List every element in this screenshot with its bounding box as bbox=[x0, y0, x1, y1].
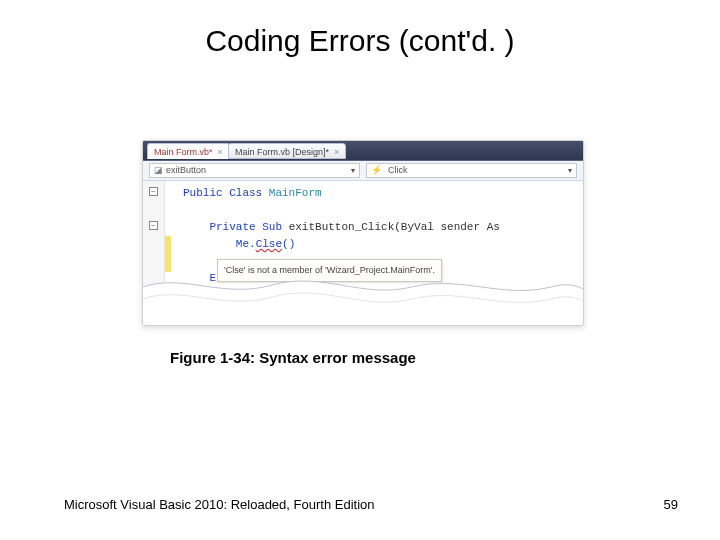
slide: Coding Errors (cont'd. ) Main Form.vb* ×… bbox=[0, 0, 720, 540]
outline-gutter bbox=[143, 181, 165, 326]
error-tooltip: 'Clse' is not a member of 'Wizard_Projec… bbox=[217, 259, 442, 282]
object-dropdown[interactable]: ◪ exitButton ▾ bbox=[149, 163, 360, 178]
screenshot-code-editor: Main Form.vb* × Main Form.vb [Design]* ×… bbox=[142, 140, 584, 326]
error-line: Me.Clse() bbox=[236, 238, 295, 250]
event-icon: ⚡ bbox=[371, 164, 382, 177]
footer-text: Microsoft Visual Basic 2010: Reloaded, F… bbox=[64, 497, 374, 512]
control-icon: ◪ bbox=[154, 164, 163, 177]
keyword: Public Class bbox=[183, 187, 262, 199]
close-icon[interactable]: × bbox=[218, 144, 223, 160]
object-dropdown-value: exitButton bbox=[166, 164, 206, 177]
chevron-down-icon: ▾ bbox=[351, 164, 355, 177]
slide-title: Coding Errors (cont'd. ) bbox=[0, 24, 720, 58]
document-tab-strip: Main Form.vb* × Main Form.vb [Design]* × bbox=[143, 141, 583, 161]
keyword: Private Sub bbox=[209, 221, 282, 233]
error-squiggle: Clse bbox=[256, 238, 282, 250]
tab-label: Main Form.vb* bbox=[154, 147, 213, 157]
code-identifier: exitButton_Click(ByVal sender As bbox=[282, 221, 500, 233]
chevron-down-icon: ▾ bbox=[568, 164, 572, 177]
figure-caption: Figure 1-34: Syntax error message bbox=[170, 349, 416, 366]
tab-label: Main Form.vb [Design]* bbox=[235, 147, 329, 157]
event-dropdown[interactable]: ⚡ Click ▾ bbox=[366, 163, 577, 178]
collapse-toggle-icon[interactable]: − bbox=[149, 221, 158, 230]
code-editor[interactable]: − − Public Class MainForm Private Sub ex… bbox=[143, 181, 583, 326]
tab-main-form-design[interactable]: Main Form.vb [Design]* × bbox=[228, 143, 346, 159]
navigation-bar: ◪ exitButton ▾ ⚡ Click ▾ bbox=[143, 161, 583, 181]
collapse-toggle-icon[interactable]: − bbox=[149, 187, 158, 196]
page-number: 59 bbox=[664, 497, 678, 512]
tab-main-form-vb[interactable]: Main Form.vb* × bbox=[147, 143, 230, 159]
modified-line-indicator bbox=[165, 236, 171, 272]
close-icon[interactable]: × bbox=[334, 144, 339, 160]
type-name: MainForm bbox=[262, 187, 321, 199]
event-dropdown-value: Click bbox=[388, 164, 408, 177]
